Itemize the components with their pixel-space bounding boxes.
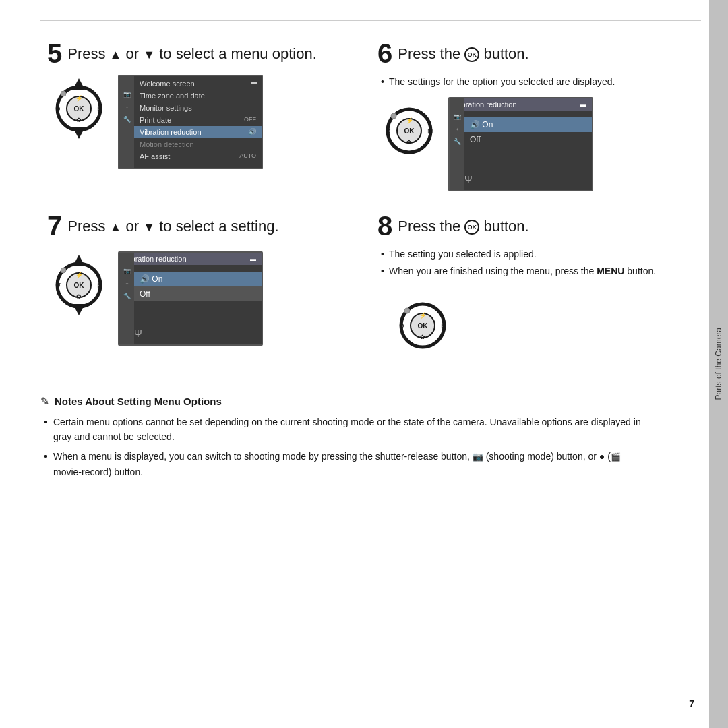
- step5-illustration: OK ↺ ⊠ ⚡ ✿ ▬ 📷 ✦: [47, 75, 336, 169]
- svg-text:⊠: ⊠: [97, 105, 102, 113]
- notes-pencil-icon: ✎: [40, 395, 49, 408]
- svg-point-22: [61, 268, 66, 273]
- camera-dial-step6: OK ↺ ⊠ ⚡ ✿: [377, 97, 442, 164]
- step8-title: Press the OK button.: [398, 212, 528, 237]
- section-step6: 6 Press the OK button. The settings for …: [357, 33, 674, 198]
- lcd-star-icon2: ✦: [456, 127, 459, 131]
- lcd-on-row-step6: 🔊 On: [464, 117, 592, 132]
- ok-icon-step8: OK: [464, 220, 479, 235]
- step7-illustration: OK ↺ ⊠ ⚡ ✿ Vibration reduction ▬ 📷 ✦ �: [47, 251, 336, 346]
- svg-text:OK: OK: [404, 127, 415, 135]
- step8-header: 8 Press the OK button.: [377, 212, 661, 239]
- step6-illustration: OK ↺ ⊠ ⚡ ✿ Vibration reduction ▬ 📷 ✦ �: [377, 97, 661, 191]
- camera-dial-step5: OK ↺ ⊠ ⚡ ✿: [47, 75, 111, 142]
- step7-title: Press ▲ or ▼ to select a setting.: [67, 212, 278, 237]
- lcd-camera-icon3: 📷: [123, 268, 131, 274]
- lcd-speaker-icon2: 🔊: [140, 274, 150, 284]
- lcd-header-step7: Vibration reduction ▬: [119, 253, 262, 265]
- step8-bullets: The setting you selected is applied. Whe…: [377, 247, 661, 278]
- lcd-psi-step6: Ψ: [464, 174, 473, 185]
- lcd-battery-step6: ▬: [580, 101, 586, 108]
- notes-bullet-1: Certain menu options cannot be set depen…: [44, 415, 647, 445]
- lcd-options-step6: 🔊 On Off: [464, 111, 592, 150]
- step6-bullets: The settings for the option you selected…: [377, 75, 661, 89]
- svg-point-30: [404, 308, 410, 313]
- top-divider: [40, 20, 701, 21]
- svg-text:OK: OK: [74, 282, 85, 289]
- step8-number: 8: [377, 212, 392, 239]
- svg-text:✿: ✿: [76, 293, 82, 300]
- lcd-sidebar-step5: 📷 ✦ 🔧: [119, 76, 134, 168]
- notes-title: Notes About Setting Menu Options: [55, 396, 222, 407]
- lcd-wrench-icon3: 🔧: [123, 293, 131, 299]
- section-step5: 5 Press ▲ or ▼ to select a menu option.: [40, 33, 357, 198]
- lcd-options-step7: 🔊 On Off: [134, 265, 262, 304]
- lcd-screen-step6: Vibration reduction ▬ 📷 ✦ 🔧 🔊 On Off: [448, 97, 593, 191]
- step8-bullet-2: When you are finished using the menu, pr…: [381, 264, 661, 278]
- svg-text:✿: ✿: [76, 117, 82, 123]
- svg-point-4: [61, 91, 66, 96]
- lcd-row-welcome: Welcome screen: [134, 78, 262, 90]
- step6-number: 6: [377, 40, 392, 67]
- svg-text:⚡: ⚡: [75, 271, 84, 279]
- svg-text:⊠: ⊠: [97, 282, 102, 289]
- section-step7: 7 Press ▲ or ▼ to select a setting. OK ↺…: [40, 202, 357, 368]
- lcd-wrench-icon2: 🔧: [454, 138, 461, 145]
- lcd-speaker-icon: 🔊: [470, 120, 480, 129]
- svg-point-12: [391, 113, 396, 119]
- lcd-screen-step7: Vibration reduction ▬ 📷 ✦ 🔧 🔊 On Off: [118, 251, 263, 346]
- svg-text:⊠: ⊠: [427, 127, 433, 135]
- step6-bullet-1: The settings for the option you selected…: [381, 75, 661, 89]
- side-tab: Parts of the Camera: [709, 0, 728, 728]
- lcd-on-row-step7: 🔊 On: [134, 272, 262, 286]
- content-grid: 5 Press ▲ or ▼ to select a menu option.: [40, 33, 674, 368]
- step6-header: 6 Press the OK button.: [377, 40, 661, 67]
- svg-text:↺: ↺: [386, 127, 391, 135]
- svg-text:✿: ✿: [420, 334, 425, 340]
- svg-text:⚡: ⚡: [406, 117, 414, 125]
- svg-text:OK: OK: [74, 105, 85, 113]
- lcd-star-icon: ✦: [125, 104, 129, 109]
- svg-text:↺: ↺: [55, 105, 61, 113]
- lcd-row-vibration: Vibration reduction 🔊: [134, 126, 262, 138]
- camera-dial-step7: OK ↺ ⊠ ⚡ ✿: [47, 251, 111, 319]
- lcd-off-row-step7: Off: [134, 286, 262, 301]
- section-step8: 8 Press the OK button. The setting you s…: [357, 202, 674, 368]
- lcd-star-icon3: ✦: [125, 281, 129, 286]
- notes-section: ✎ Notes About Setting Menu Options Certa…: [40, 388, 647, 479]
- page-number: 7: [689, 698, 694, 709]
- lcd-screen-step5: ▬ 📷 ✦ 🔧 Welcome screen Time zone and dat: [118, 75, 263, 169]
- step7-number: 7: [47, 212, 62, 239]
- lcd-sidebar-step6: 📷 ✦ 🔧: [450, 98, 464, 190]
- lcd-menu-step5: Welcome screen Time zone and date Monito…: [134, 76, 262, 165]
- step8-illustration: OK ↺ ⊠ ⚡ ✿: [391, 292, 661, 361]
- lcd-battery-step7: ▬: [250, 255, 256, 262]
- step5-title: Press ▲ or ▼ to select a menu option.: [67, 40, 317, 64]
- step6-title: Press the OK button.: [398, 40, 528, 64]
- lcd-wrench-icon: 🔧: [123, 116, 131, 123]
- svg-text:OK: OK: [418, 322, 429, 330]
- lcd-camera-icon: 📷: [123, 91, 131, 98]
- lcd-row-printdate: Print date OFF: [134, 114, 262, 126]
- svg-text:✿: ✿: [406, 139, 412, 146]
- svg-text:⚡: ⚡: [419, 311, 427, 320]
- lcd-sidebar-step7: 📷 ✦ 🔧: [119, 253, 134, 344]
- notes-bullet-2: When a menu is displayed, you can switch…: [44, 449, 647, 479]
- lcd-battery-icon: ▬: [251, 78, 257, 86]
- step5-header: 5 Press ▲ or ▼ to select a menu option.: [47, 40, 336, 67]
- step8-bullet-1: The setting you selected is applied.: [381, 247, 661, 262]
- svg-text:⚡: ⚡: [75, 94, 84, 102]
- lcd-camera-icon2: 📷: [454, 113, 461, 120]
- lcd-row-monitor: Monitor settings: [134, 102, 262, 114]
- ok-icon-step6: OK: [464, 47, 479, 62]
- lcd-row-afassist: AF assist AUTO: [134, 150, 262, 162]
- step7-header: 7 Press ▲ or ▼ to select a setting.: [47, 212, 336, 239]
- svg-text:↺: ↺: [399, 322, 404, 330]
- svg-text:↺: ↺: [55, 282, 61, 289]
- lcd-row-timezone: Time zone and date: [134, 90, 262, 102]
- step5-number: 5: [47, 40, 62, 67]
- notes-bullets: Certain menu options cannot be set depen…: [40, 415, 647, 479]
- camera-dial-step8: OK ↺ ⊠ ⚡ ✿: [391, 292, 455, 359]
- lcd-off-row-step6: Off: [464, 132, 592, 147]
- svg-text:⊠: ⊠: [441, 322, 446, 330]
